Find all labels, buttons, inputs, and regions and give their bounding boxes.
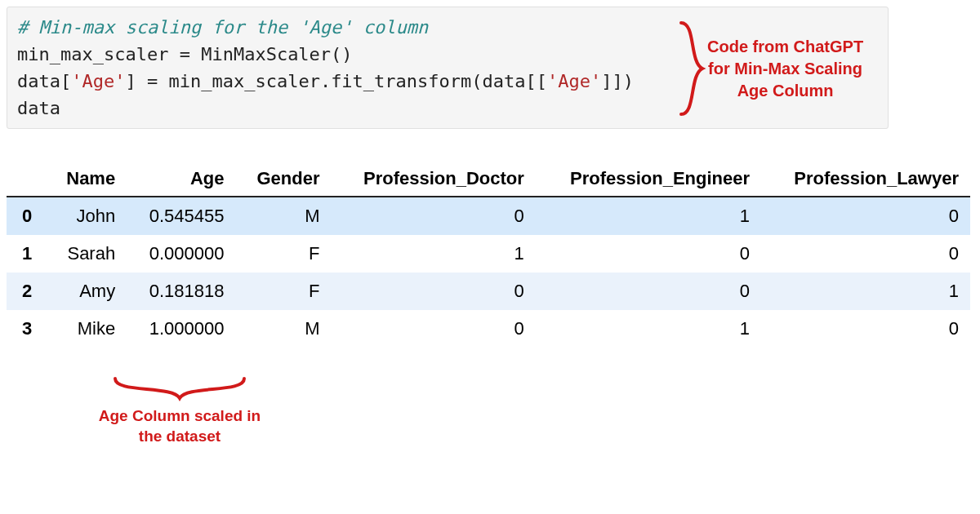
col-header-profession-engineer: Profession_Engineer <box>536 162 761 197</box>
cell-gender: M <box>236 310 332 348</box>
col-header-name: Name <box>47 162 127 197</box>
table-row: 2Amy0.181818F001 <box>7 273 970 310</box>
cell-name: Mike <box>47 310 127 348</box>
cell-profession-doctor: 1 <box>331 235 535 273</box>
cell-profession-lawyer: 0 <box>761 310 970 348</box>
cell-index: 0 <box>7 197 47 235</box>
cell-age: 0.545455 <box>127 197 235 235</box>
cell-gender: M <box>236 197 332 235</box>
curly-brace-icon <box>678 20 707 117</box>
cell-name: Amy <box>47 273 127 310</box>
curly-brace-icon <box>110 375 249 403</box>
cell-profession-engineer: 0 <box>536 235 761 273</box>
cell-profession-lawyer: 0 <box>761 197 970 235</box>
cell-profession-doctor: 0 <box>331 273 535 310</box>
cell-profession-doctor: 0 <box>331 197 535 235</box>
annotation-text: Age Column scaled in <box>98 406 261 427</box>
cell-age: 0.000000 <box>127 235 235 273</box>
cell-profession-engineer: 1 <box>536 310 761 348</box>
cell-age: 1.000000 <box>127 310 235 348</box>
cell-profession-lawyer: 0 <box>761 235 970 273</box>
table-row: 1Sarah0.000000F100 <box>7 235 970 273</box>
code-line: data['Age'] = min_max_scaler.fit_transfo… <box>17 71 634 91</box>
cell-gender: F <box>236 273 332 310</box>
col-header-index <box>7 162 47 197</box>
code-line: min_max_scaler = MinMaxScaler() <box>17 44 353 64</box>
cell-name: John <box>47 197 127 235</box>
table-row: 3Mike1.000000M010 <box>7 310 970 348</box>
annotation-code-source: Code from ChatGPT for Min-Max Scaling Ag… <box>678 20 956 117</box>
cell-profession-lawyer: 1 <box>761 273 970 310</box>
table-row: 0John0.545455M010 <box>7 197 970 235</box>
annotation-text: Age Column <box>707 80 863 102</box>
cell-profession-doctor: 0 <box>331 310 535 348</box>
dataframe-table: Name Age Gender Profession_Doctor Profes… <box>7 162 970 348</box>
cell-index: 3 <box>7 310 47 348</box>
cell-gender: F <box>236 235 332 273</box>
col-header-gender: Gender <box>236 162 332 197</box>
annotation-text: the dataset <box>98 427 261 447</box>
cell-index: 2 <box>7 273 47 310</box>
table-header-row: Name Age Gender Profession_Doctor Profes… <box>7 162 970 197</box>
code-line: data <box>17 98 60 118</box>
annotation-text: for Min-Max Scaling <box>707 58 863 80</box>
code-comment-line: # Min-max scaling for the 'Age' column <box>17 17 428 38</box>
col-header-profession-lawyer: Profession_Lawyer <box>761 162 970 197</box>
cell-profession-engineer: 1 <box>536 197 761 235</box>
annotation-age-scaled: Age Column scaled in the dataset <box>98 375 261 446</box>
col-header-profession-doctor: Profession_Doctor <box>331 162 535 197</box>
cell-index: 1 <box>7 235 47 273</box>
cell-name: Sarah <box>47 235 127 273</box>
annotation-text: Code from ChatGPT <box>707 36 863 58</box>
col-header-age: Age <box>127 162 235 197</box>
cell-age: 0.181818 <box>127 273 235 310</box>
cell-profession-engineer: 0 <box>536 273 761 310</box>
